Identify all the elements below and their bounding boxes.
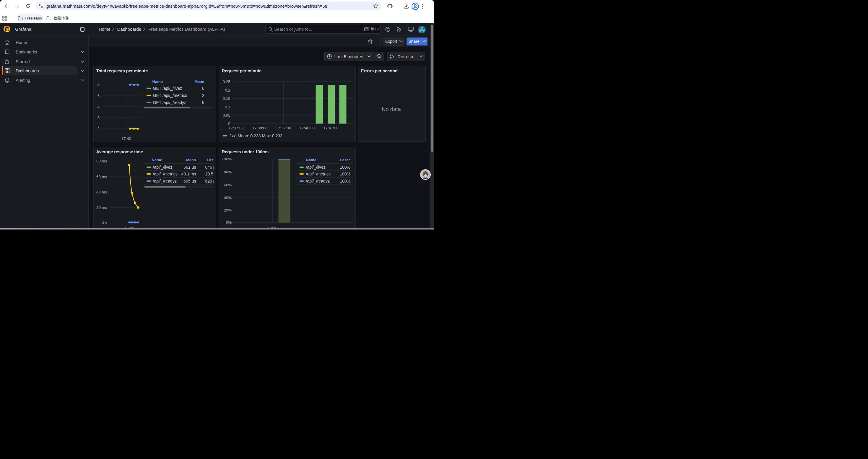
svg-text:60%: 60% bbox=[224, 183, 231, 187]
svg-text:2xx: 2xx bbox=[229, 133, 236, 138]
svg-text:GET /api/_/metrics: GET /api/_/metrics bbox=[153, 93, 187, 98]
svg-text:20 ms: 20 ms bbox=[96, 205, 107, 210]
svg-text:3: 3 bbox=[97, 116, 99, 120]
svg-text:80%: 80% bbox=[224, 170, 231, 174]
svg-text:646 µs: 646 µs bbox=[205, 165, 216, 169]
svg-text:17:38:00: 17:38:00 bbox=[252, 126, 267, 130]
svg-text:100%: 100% bbox=[340, 178, 350, 183]
svg-text:661 µs: 661 µs bbox=[183, 165, 196, 169]
svg-text:0.05: 0.05 bbox=[222, 113, 230, 118]
svg-text:Mean: 0.233: Mean: 0.233 bbox=[238, 133, 260, 138]
svg-text:17:40: 17:40 bbox=[121, 136, 131, 141]
svg-text:6: 6 bbox=[202, 86, 204, 91]
svg-text:/api/_/metrics: /api/_/metrics bbox=[306, 171, 330, 176]
svg-text:/api/_/livez: /api/_/livez bbox=[153, 165, 172, 169]
svg-text:20.5 ms: 20.5 ms bbox=[205, 171, 216, 176]
svg-text:/api/_/readyz: /api/_/readyz bbox=[153, 178, 176, 183]
svg-text:80 ms: 80 ms bbox=[96, 159, 107, 163]
svg-text:20%: 20% bbox=[224, 208, 231, 212]
svg-text:0.2: 0.2 bbox=[225, 88, 230, 93]
svg-text:605 µs: 605 µs bbox=[183, 178, 196, 183]
svg-text:Max: 0.233: Max: 0.233 bbox=[262, 133, 282, 138]
svg-text:0.1: 0.1 bbox=[225, 105, 230, 109]
svg-text:17:41:00: 17:41:00 bbox=[323, 126, 338, 130]
svg-text:0%: 0% bbox=[226, 220, 231, 225]
svg-text:40.1 ms: 40.1 ms bbox=[181, 171, 196, 176]
svg-text:6: 6 bbox=[202, 100, 204, 105]
svg-text:40%: 40% bbox=[224, 195, 231, 200]
svg-text:2: 2 bbox=[202, 93, 204, 98]
svg-text:620 µs: 620 µs bbox=[205, 178, 216, 183]
svg-text:Name: Name bbox=[306, 158, 316, 162]
svg-text:GET /api/_/readyz: GET /api/_/readyz bbox=[153, 100, 186, 105]
svg-text:Mean: Mean bbox=[194, 79, 204, 84]
svg-text:100%: 100% bbox=[340, 165, 350, 169]
svg-text:2: 2 bbox=[97, 126, 99, 131]
svg-text:0 s: 0 s bbox=[102, 221, 107, 225]
svg-text:Last *: Last * bbox=[340, 158, 350, 162]
svg-text:0.15: 0.15 bbox=[222, 96, 230, 101]
svg-text:0: 0 bbox=[228, 121, 230, 126]
svg-text:17:40: 17:40 bbox=[124, 226, 134, 229]
svg-text:/api/_/livez: /api/_/livez bbox=[306, 165, 325, 169]
svg-text:17:40: 17:40 bbox=[267, 226, 277, 228]
svg-text:GET /api/_/livez: GET /api/_/livez bbox=[153, 86, 182, 91]
svg-text:17:40:00: 17:40:00 bbox=[299, 126, 314, 130]
svg-text:/api/_/metrics: /api/_/metrics bbox=[153, 171, 177, 176]
svg-text:17:37:00: 17:37:00 bbox=[228, 126, 243, 130]
svg-text:Last *: Last * bbox=[207, 158, 216, 162]
svg-text:60 ms: 60 ms bbox=[96, 174, 107, 179]
svg-text:4: 4 bbox=[97, 104, 99, 109]
svg-text:5: 5 bbox=[97, 94, 99, 98]
svg-text:Name: Name bbox=[152, 79, 162, 84]
svg-text:Name: Name bbox=[152, 158, 162, 162]
svg-text:Mean: Mean bbox=[186, 158, 196, 162]
svg-text:/api/_/readyz: /api/_/readyz bbox=[306, 178, 330, 183]
svg-text:100%: 100% bbox=[340, 171, 350, 176]
svg-text:100%: 100% bbox=[222, 157, 231, 161]
svg-text:17:39:00: 17:39:00 bbox=[276, 126, 291, 130]
svg-text:0.25: 0.25 bbox=[222, 79, 230, 84]
svg-text:40 ms: 40 ms bbox=[96, 190, 107, 194]
svg-text:6: 6 bbox=[97, 83, 99, 87]
